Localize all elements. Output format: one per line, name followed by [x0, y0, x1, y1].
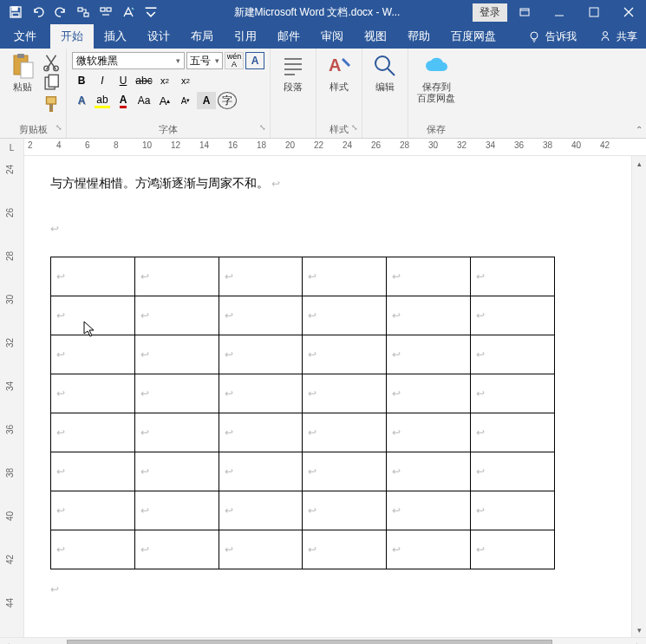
char-border-icon[interactable]: A: [245, 52, 264, 69]
table-cell[interactable]: ↩: [471, 257, 555, 296]
bold-icon[interactable]: B: [72, 72, 91, 89]
table-cell[interactable]: ↩: [303, 530, 387, 569]
table-cell[interactable]: ↩: [219, 491, 303, 530]
tab-home[interactable]: 开始: [50, 24, 94, 49]
hscroll-track[interactable]: [15, 638, 631, 645]
tab-review[interactable]: 审阅: [310, 24, 354, 49]
styles-button[interactable]: A 样式: [322, 50, 356, 94]
table-row[interactable]: ↩↩↩↩↩↩: [51, 257, 555, 296]
enclose-char-icon[interactable]: 字: [218, 92, 237, 109]
table-cell[interactable]: ↩: [303, 413, 387, 452]
table-row[interactable]: ↩↩↩↩↩↩: [51, 413, 555, 452]
qat-icon-1[interactable]: [73, 2, 94, 23]
table-cell[interactable]: ↩: [134, 335, 219, 374]
table-cell[interactable]: ↩: [387, 335, 471, 374]
collapse-ribbon-icon[interactable]: ⌃: [636, 125, 643, 134]
qat-customize-icon[interactable]: [140, 2, 161, 23]
paragraph-empty[interactable]: ↩: [50, 580, 605, 599]
table-cell[interactable]: ↩: [471, 296, 555, 335]
tab-design[interactable]: 设计: [137, 24, 180, 49]
table-cell[interactable]: ↩: [471, 413, 555, 452]
table-cell[interactable]: ↩: [51, 335, 135, 374]
save-to-baidu-button[interactable]: 保存到 百度网盘: [414, 50, 459, 106]
table-cell[interactable]: ↩: [51, 491, 135, 530]
table-cell[interactable]: ↩: [134, 374, 219, 413]
shrink-font-icon[interactable]: A▾: [176, 92, 195, 109]
highlight-icon[interactable]: ab: [93, 92, 112, 109]
tab-help[interactable]: 帮助: [397, 24, 440, 49]
strike-icon[interactable]: abc: [134, 72, 153, 89]
paste-button[interactable]: 粘贴: [5, 50, 40, 94]
share-label[interactable]: 共享: [617, 29, 637, 44]
login-button[interactable]: 登录: [473, 3, 507, 22]
table-cell[interactable]: ↩: [51, 257, 135, 296]
phonetic-guide-icon[interactable]: wénA: [225, 52, 244, 69]
table-cell[interactable]: ↩: [387, 530, 471, 569]
table-row[interactable]: ↩↩↩↩↩↩: [51, 374, 555, 413]
table-cell[interactable]: ↩: [51, 413, 135, 452]
table-row[interactable]: ↩↩↩↩↩↩: [51, 530, 555, 569]
table-cell[interactable]: ↩: [387, 413, 471, 452]
table-row[interactable]: ↩↩↩↩↩↩: [51, 335, 555, 374]
tab-baidu[interactable]: 百度网盘: [440, 24, 506, 49]
change-case-icon[interactable]: Aa: [134, 92, 153, 109]
grow-font-icon[interactable]: A▴: [155, 92, 174, 109]
superscript-icon[interactable]: x2: [176, 72, 195, 89]
table-cell[interactable]: ↩: [387, 374, 471, 413]
horizontal-ruler[interactable]: L 24681012141618202224262830323436384042: [0, 139, 646, 156]
table-cell[interactable]: ↩: [471, 530, 555, 569]
hscroll-thumb[interactable]: [67, 640, 552, 645]
table-cell[interactable]: ↩: [219, 452, 303, 491]
tab-view[interactable]: 视图: [354, 24, 397, 49]
scroll-right-icon[interactable]: ▸: [631, 638, 646, 645]
table-cell[interactable]: ↩: [303, 452, 387, 491]
paragraph[interactable]: 与方惺惺相惜。方鸿渐逐渐与周家不和。 ↩: [50, 173, 605, 193]
qat-icon-2[interactable]: [95, 2, 116, 23]
vertical-scrollbar[interactable]: ▴ ▾: [631, 156, 646, 637]
table-row[interactable]: ↩↩↩↩↩↩: [51, 452, 555, 491]
paragraph-empty[interactable]: ↩: [50, 219, 605, 238]
table-cell[interactable]: ↩: [219, 296, 303, 335]
table-cell[interactable]: ↩: [134, 530, 219, 569]
table-cell[interactable]: ↩: [134, 413, 219, 452]
table-cell[interactable]: ↩: [387, 296, 471, 335]
table-cell[interactable]: ↩: [471, 491, 555, 530]
table-cell[interactable]: ↩: [134, 257, 219, 296]
table-cell[interactable]: ↩: [219, 374, 303, 413]
close-icon[interactable]: [611, 0, 646, 24]
table-cell[interactable]: ↩: [134, 296, 219, 335]
table-cell[interactable]: ↩: [51, 374, 135, 413]
tab-insert[interactable]: 插入: [94, 24, 137, 49]
table-cell[interactable]: ↩: [303, 296, 387, 335]
table-cell[interactable]: ↩: [134, 491, 219, 530]
char-shading-icon[interactable]: A: [197, 92, 216, 109]
tab-mailings[interactable]: 邮件: [267, 24, 310, 49]
table-cell[interactable]: ↩: [303, 491, 387, 530]
subscript-icon[interactable]: x2: [155, 72, 174, 89]
table-cell[interactable]: ↩: [219, 257, 303, 296]
tell-me-label[interactable]: 告诉我: [545, 29, 577, 44]
table-cell[interactable]: ↩: [471, 452, 555, 491]
table-cell[interactable]: ↩: [219, 530, 303, 569]
table-cell[interactable]: ↩: [303, 257, 387, 296]
table-cell[interactable]: ↩: [387, 452, 471, 491]
table-row[interactable]: ↩↩↩↩↩↩: [51, 296, 555, 335]
undo-icon[interactable]: [28, 2, 49, 23]
font-name-combo[interactable]: 微软雅黑▾: [72, 52, 185, 69]
redo-icon[interactable]: [50, 2, 71, 23]
table-cell[interactable]: ↩: [134, 452, 219, 491]
italic-icon[interactable]: I: [93, 72, 112, 89]
scroll-left-icon[interactable]: ◂: [0, 638, 15, 645]
scroll-up-icon[interactable]: ▴: [632, 156, 646, 171]
table-cell[interactable]: ↩: [51, 452, 135, 491]
table-row[interactable]: ↩↩↩↩↩↩: [51, 491, 555, 530]
save-icon[interactable]: [5, 2, 26, 23]
tell-me-icon[interactable]: [528, 30, 540, 42]
table-cell[interactable]: ↩: [387, 491, 471, 530]
qat-icon-3[interactable]: [118, 2, 139, 23]
text-effects-icon[interactable]: A: [72, 92, 91, 109]
font-launcher-icon[interactable]: ⤡: [259, 123, 266, 132]
tab-layout[interactable]: 布局: [180, 24, 224, 49]
format-painter-icon[interactable]: [42, 95, 61, 113]
copy-icon[interactable]: [42, 75, 61, 92]
